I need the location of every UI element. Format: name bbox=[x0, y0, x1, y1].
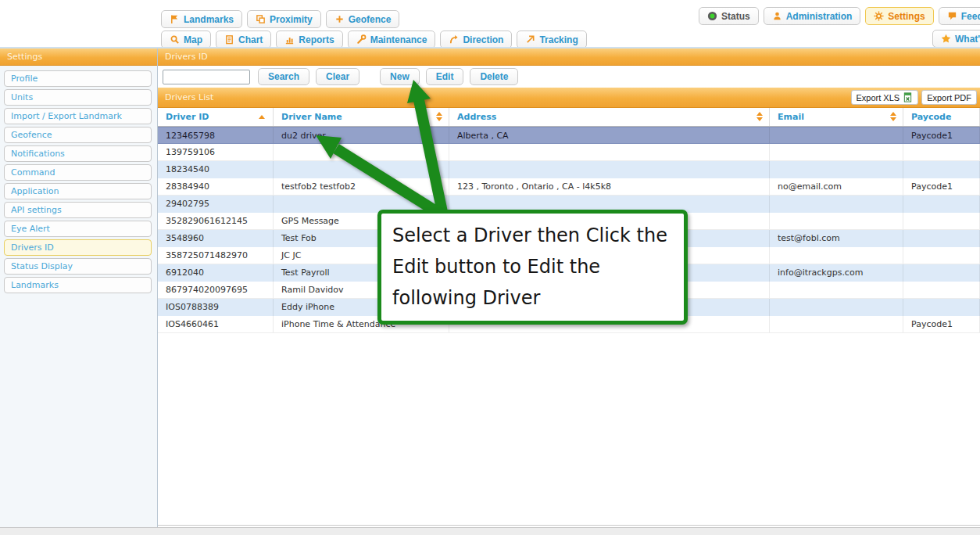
drivers-table-header: Driver ID Driver Name Address Email Payc… bbox=[158, 108, 980, 127]
search-button[interactable]: Search bbox=[258, 68, 309, 85]
wrench-icon bbox=[356, 34, 367, 45]
table-row[interactable]: 18234540 bbox=[158, 161, 980, 178]
sidebar-item-import-export-landmark[interactable]: Import / Export Landmark bbox=[4, 108, 152, 124]
settings-sidebar: Settings Profile Units Import / Export L… bbox=[0, 48, 158, 527]
app-window: Landmarks Proximity Geofence Status Admi… bbox=[0, 0, 980, 535]
feedback-bubble-icon bbox=[947, 11, 957, 21]
tab-maintenance-label: Maintenance bbox=[370, 34, 427, 45]
proximity-icon bbox=[256, 14, 266, 24]
new-button[interactable]: New bbox=[380, 68, 420, 85]
table-empty-area bbox=[158, 333, 980, 526]
sidebar-item-profile[interactable]: Profile bbox=[4, 70, 152, 87]
table-row[interactable]: 123465798du2 driverAlberta , CAPaycode1 bbox=[158, 127, 980, 144]
export-pdf-button[interactable]: Export PDF bbox=[921, 90, 977, 105]
sort-both-icon bbox=[890, 112, 896, 121]
drivers-toolbar: Search Clear New Edit Delete bbox=[158, 66, 980, 88]
bar-chart-icon bbox=[284, 34, 295, 45]
person-icon bbox=[772, 11, 782, 21]
sidebar-item-drivers-id[interactable]: Drivers ID bbox=[4, 239, 152, 256]
delete-button[interactable]: Delete bbox=[470, 68, 518, 85]
gear-icon bbox=[874, 11, 884, 21]
geofence-button[interactable]: Geofence bbox=[326, 10, 400, 28]
tab-direction-label: Direction bbox=[463, 34, 503, 45]
table-row[interactable]: 28384940testfob2 testfob2123 , Toronto ,… bbox=[158, 178, 980, 196]
sidebar-item-eye-alert[interactable]: Eye Alert bbox=[4, 221, 152, 237]
clipboard-icon bbox=[224, 34, 234, 45]
star-icon bbox=[941, 34, 951, 44]
sort-both-icon bbox=[756, 112, 763, 121]
clear-button[interactable]: Clear bbox=[316, 68, 359, 85]
administration-button[interactable]: Administration bbox=[764, 7, 861, 25]
settings-button[interactable]: Settings bbox=[865, 7, 933, 25]
column-header-driver-name[interactable]: Driver Name bbox=[274, 108, 449, 126]
column-header-driver-id[interactable]: Driver ID bbox=[158, 108, 274, 126]
export-pdf-label: Export PDF bbox=[927, 93, 971, 102]
column-header-address[interactable]: Address bbox=[449, 108, 770, 126]
list-title: Drivers List bbox=[165, 88, 851, 107]
top-nav-left: Landmarks Proximity Geofence bbox=[161, 10, 399, 28]
export-xls-label: Export XLS bbox=[857, 93, 900, 102]
sidebar-item-application[interactable]: Application bbox=[4, 183, 152, 199]
sidebar-item-geofence[interactable]: Geofence bbox=[4, 127, 152, 143]
sidebar-item-landmarks[interactable]: Landmarks bbox=[4, 277, 152, 293]
bottom-strip bbox=[0, 527, 980, 535]
flag-icon bbox=[170, 14, 180, 24]
tab-map[interactable]: Map bbox=[161, 31, 211, 48]
tab-chart-label: Chart bbox=[238, 34, 263, 45]
sort-both-icon bbox=[436, 112, 442, 121]
sidebar-item-notifications[interactable]: Notifications bbox=[4, 145, 152, 162]
sidebar-title: Settings bbox=[0, 48, 157, 66]
tab-chart[interactable]: Chart bbox=[216, 31, 271, 48]
sidebar-item-command[interactable]: Command bbox=[4, 164, 152, 181]
sidebar-list: Profile Units Import / Export Landmark G… bbox=[0, 66, 157, 293]
tab-maintenance[interactable]: Maintenance bbox=[348, 31, 436, 48]
feedback-button[interactable]: Feedback bbox=[939, 7, 980, 25]
module-tabs: Map Chart Reports Maintenance Direction … bbox=[161, 31, 587, 48]
export-xls-button[interactable]: Export XLS bbox=[851, 90, 919, 105]
tab-tracking-label: Tracking bbox=[539, 34, 578, 45]
sidebar-item-status-display[interactable]: Status Display bbox=[4, 258, 152, 275]
status-light-icon bbox=[707, 11, 717, 21]
status-button[interactable]: Status bbox=[699, 7, 759, 25]
whats-new-button[interactable]: What's New bbox=[932, 30, 980, 48]
instruction-callout: Select a Driver then Click the Edit butt… bbox=[377, 210, 688, 325]
feedback-label: Feedback bbox=[961, 11, 980, 22]
whats-new-label: What's New bbox=[955, 34, 980, 45]
sort-ascending-icon bbox=[259, 115, 265, 119]
excel-file-icon bbox=[903, 92, 913, 102]
proximity-button[interactable]: Proximity bbox=[247, 10, 321, 28]
arrow-up-right-icon bbox=[525, 34, 535, 45]
drivers-list-bar: Drivers List Export XLS Export PDF bbox=[158, 88, 980, 108]
table-row[interactable]: 139759106 bbox=[158, 144, 980, 161]
column-header-paycode[interactable]: Paycode bbox=[903, 108, 980, 126]
tab-tracking[interactable]: Tracking bbox=[517, 31, 586, 48]
curved-arrow-icon bbox=[449, 34, 459, 45]
tab-direction[interactable]: Direction bbox=[440, 31, 512, 48]
tab-map-label: Map bbox=[184, 34, 202, 45]
settings-label: Settings bbox=[888, 11, 925, 22]
administration-label: Administration bbox=[786, 11, 853, 22]
proximity-label: Proximity bbox=[270, 14, 313, 25]
landmarks-button[interactable]: Landmarks bbox=[161, 10, 242, 28]
sidebar-item-api-settings[interactable]: API settings bbox=[4, 202, 152, 218]
tab-reports-label: Reports bbox=[299, 34, 334, 45]
sidebar-item-units[interactable]: Units bbox=[4, 89, 152, 106]
status-label: Status bbox=[721, 11, 750, 22]
edit-button[interactable]: Edit bbox=[426, 68, 464, 85]
geofence-icon bbox=[334, 14, 345, 24]
top-nav-right: Status Administration Settings Feedback … bbox=[699, 7, 980, 25]
search-input[interactable] bbox=[163, 70, 250, 84]
geofence-label: Geofence bbox=[349, 14, 392, 25]
tab-reports[interactable]: Reports bbox=[276, 31, 342, 48]
panel-title: Drivers ID bbox=[158, 48, 980, 66]
landmarks-label: Landmarks bbox=[184, 14, 234, 25]
column-header-email[interactable]: Email bbox=[770, 108, 903, 126]
magnifier-icon bbox=[170, 34, 180, 45]
